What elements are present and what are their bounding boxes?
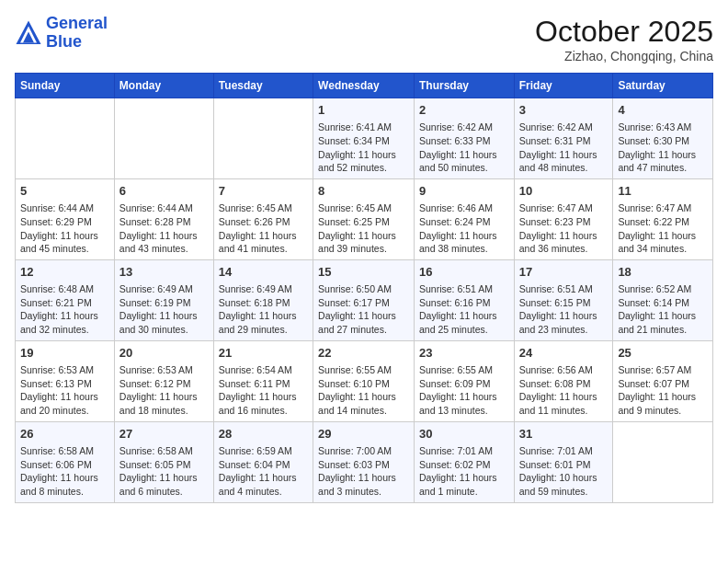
logo: General Blue bbox=[15, 15, 108, 52]
day-info: Sunrise: 7:01 AM Sunset: 6:02 PM Dayligh… bbox=[419, 444, 509, 499]
day-number: 13 bbox=[119, 264, 209, 281]
header-saturday: Saturday bbox=[613, 74, 713, 98]
page-header: General Blue October 2025 Zizhao, Chongq… bbox=[15, 15, 713, 63]
day-number: 14 bbox=[219, 264, 308, 281]
day-cell: 24Sunrise: 6:56 AM Sunset: 6:08 PM Dayli… bbox=[514, 340, 613, 421]
day-info: Sunrise: 6:45 AM Sunset: 6:26 PM Dayligh… bbox=[219, 201, 308, 256]
day-number: 4 bbox=[618, 102, 708, 119]
day-cell: 4Sunrise: 6:43 AM Sunset: 6:30 PM Daylig… bbox=[613, 98, 713, 179]
day-cell: 22Sunrise: 6:55 AM Sunset: 6:10 PM Dayli… bbox=[313, 340, 415, 421]
header-sunday: Sunday bbox=[16, 74, 115, 98]
day-cell: 8Sunrise: 6:45 AM Sunset: 6:25 PM Daylig… bbox=[313, 178, 415, 259]
day-cell: 10Sunrise: 6:47 AM Sunset: 6:23 PM Dayli… bbox=[514, 178, 613, 259]
week-row-5: 26Sunrise: 6:58 AM Sunset: 6:06 PM Dayli… bbox=[16, 421, 713, 502]
day-info: Sunrise: 6:55 AM Sunset: 6:10 PM Dayligh… bbox=[318, 363, 409, 418]
day-info: Sunrise: 6:52 AM Sunset: 6:14 PM Dayligh… bbox=[618, 282, 708, 337]
day-cell: 31Sunrise: 7:01 AM Sunset: 6:01 PM Dayli… bbox=[514, 421, 613, 502]
day-number: 18 bbox=[618, 264, 708, 281]
day-info: Sunrise: 6:54 AM Sunset: 6:11 PM Dayligh… bbox=[219, 363, 308, 418]
day-number: 25 bbox=[618, 345, 708, 362]
logo-text: General Blue bbox=[46, 15, 108, 52]
day-cell: 3Sunrise: 6:42 AM Sunset: 6:31 PM Daylig… bbox=[514, 98, 613, 179]
day-number: 1 bbox=[318, 102, 409, 119]
day-number: 15 bbox=[318, 264, 409, 281]
day-cell: 9Sunrise: 6:46 AM Sunset: 6:24 PM Daylig… bbox=[414, 178, 514, 259]
day-info: Sunrise: 6:44 AM Sunset: 6:29 PM Dayligh… bbox=[20, 201, 109, 256]
day-cell bbox=[613, 421, 713, 502]
day-cell bbox=[114, 98, 213, 179]
day-number: 9 bbox=[419, 183, 509, 200]
day-info: Sunrise: 6:45 AM Sunset: 6:25 PM Dayligh… bbox=[318, 201, 409, 256]
day-cell: 18Sunrise: 6:52 AM Sunset: 6:14 PM Dayli… bbox=[613, 259, 713, 340]
day-info: Sunrise: 6:41 AM Sunset: 6:34 PM Dayligh… bbox=[318, 121, 409, 175]
location: Zizhao, Chongqing, China bbox=[535, 49, 713, 63]
day-cell: 7Sunrise: 6:45 AM Sunset: 6:26 PM Daylig… bbox=[213, 178, 313, 259]
day-number: 7 bbox=[219, 183, 308, 200]
day-info: Sunrise: 6:42 AM Sunset: 6:33 PM Dayligh… bbox=[419, 121, 509, 175]
day-info: Sunrise: 6:46 AM Sunset: 6:24 PM Dayligh… bbox=[419, 201, 509, 256]
day-info: Sunrise: 6:44 AM Sunset: 6:28 PM Dayligh… bbox=[119, 201, 209, 256]
day-info: Sunrise: 6:53 AM Sunset: 6:12 PM Dayligh… bbox=[119, 363, 209, 418]
day-cell: 2Sunrise: 6:42 AM Sunset: 6:33 PM Daylig… bbox=[414, 98, 514, 179]
day-cell: 20Sunrise: 6:53 AM Sunset: 6:12 PM Dayli… bbox=[114, 340, 213, 421]
day-info: Sunrise: 6:50 AM Sunset: 6:17 PM Dayligh… bbox=[318, 282, 409, 337]
day-info: Sunrise: 6:47 AM Sunset: 6:22 PM Dayligh… bbox=[618, 201, 708, 256]
header-friday: Friday bbox=[514, 74, 613, 98]
day-info: Sunrise: 6:58 AM Sunset: 6:06 PM Dayligh… bbox=[20, 444, 109, 499]
day-number: 6 bbox=[119, 183, 209, 200]
day-number: 20 bbox=[119, 345, 209, 362]
day-cell: 14Sunrise: 6:49 AM Sunset: 6:18 PM Dayli… bbox=[213, 259, 313, 340]
day-info: Sunrise: 6:42 AM Sunset: 6:31 PM Dayligh… bbox=[519, 121, 609, 175]
day-number: 31 bbox=[519, 426, 609, 442]
day-info: Sunrise: 6:58 AM Sunset: 6:05 PM Dayligh… bbox=[119, 444, 209, 499]
day-cell: 11Sunrise: 6:47 AM Sunset: 6:22 PM Dayli… bbox=[613, 178, 713, 259]
day-cell: 1Sunrise: 6:41 AM Sunset: 6:34 PM Daylig… bbox=[313, 98, 415, 179]
day-cell: 27Sunrise: 6:58 AM Sunset: 6:05 PM Dayli… bbox=[114, 421, 213, 502]
day-cell: 12Sunrise: 6:48 AM Sunset: 6:21 PM Dayli… bbox=[16, 259, 115, 340]
day-number: 26 bbox=[20, 426, 109, 442]
day-number: 19 bbox=[20, 345, 109, 362]
day-info: Sunrise: 6:56 AM Sunset: 6:08 PM Dayligh… bbox=[519, 363, 609, 418]
day-info: Sunrise: 6:51 AM Sunset: 6:16 PM Dayligh… bbox=[419, 282, 509, 337]
day-info: Sunrise: 6:55 AM Sunset: 6:09 PM Dayligh… bbox=[419, 363, 509, 418]
day-number: 17 bbox=[519, 264, 609, 281]
day-number: 28 bbox=[219, 426, 308, 442]
week-row-4: 19Sunrise: 6:53 AM Sunset: 6:13 PM Dayli… bbox=[16, 340, 713, 421]
day-cell: 5Sunrise: 6:44 AM Sunset: 6:29 PM Daylig… bbox=[16, 178, 115, 259]
day-number: 22 bbox=[318, 345, 409, 362]
day-number: 11 bbox=[618, 183, 708, 200]
day-info: Sunrise: 6:59 AM Sunset: 6:04 PM Dayligh… bbox=[219, 444, 308, 499]
day-number: 29 bbox=[318, 426, 409, 442]
day-number: 3 bbox=[519, 102, 609, 119]
day-number: 8 bbox=[318, 183, 409, 200]
day-number: 5 bbox=[20, 183, 109, 200]
title-block: October 2025 Zizhao, Chongqing, China bbox=[535, 15, 713, 63]
day-info: Sunrise: 6:53 AM Sunset: 6:13 PM Dayligh… bbox=[20, 363, 109, 418]
day-cell: 21Sunrise: 6:54 AM Sunset: 6:11 PM Dayli… bbox=[213, 340, 313, 421]
day-cell: 16Sunrise: 6:51 AM Sunset: 6:16 PM Dayli… bbox=[414, 259, 514, 340]
day-cell: 15Sunrise: 6:50 AM Sunset: 6:17 PM Dayli… bbox=[313, 259, 415, 340]
day-cell: 17Sunrise: 6:51 AM Sunset: 6:15 PM Dayli… bbox=[514, 259, 613, 340]
calendar-header-row: SundayMondayTuesdayWednesdayThursdayFrid… bbox=[16, 74, 713, 98]
day-cell: 6Sunrise: 6:44 AM Sunset: 6:28 PM Daylig… bbox=[114, 178, 213, 259]
day-info: Sunrise: 7:01 AM Sunset: 6:01 PM Dayligh… bbox=[519, 444, 609, 499]
day-number: 23 bbox=[419, 345, 509, 362]
day-info: Sunrise: 6:47 AM Sunset: 6:23 PM Dayligh… bbox=[519, 201, 609, 256]
day-info: Sunrise: 6:49 AM Sunset: 6:19 PM Dayligh… bbox=[119, 282, 209, 337]
day-cell bbox=[16, 98, 115, 179]
week-row-1: 1Sunrise: 6:41 AM Sunset: 6:34 PM Daylig… bbox=[16, 98, 713, 179]
day-number: 2 bbox=[419, 102, 509, 119]
day-number: 12 bbox=[20, 264, 109, 281]
header-thursday: Thursday bbox=[414, 74, 514, 98]
day-info: Sunrise: 6:51 AM Sunset: 6:15 PM Dayligh… bbox=[519, 282, 609, 337]
day-info: Sunrise: 6:43 AM Sunset: 6:30 PM Dayligh… bbox=[618, 121, 708, 175]
day-number: 16 bbox=[419, 264, 509, 281]
day-cell: 28Sunrise: 6:59 AM Sunset: 6:04 PM Dayli… bbox=[213, 421, 313, 502]
header-tuesday: Tuesday bbox=[213, 74, 313, 98]
day-number: 21 bbox=[219, 345, 308, 362]
day-cell: 13Sunrise: 6:49 AM Sunset: 6:19 PM Dayli… bbox=[114, 259, 213, 340]
day-number: 24 bbox=[519, 345, 609, 362]
day-info: Sunrise: 6:57 AM Sunset: 6:07 PM Dayligh… bbox=[618, 363, 708, 418]
week-row-2: 5Sunrise: 6:44 AM Sunset: 6:29 PM Daylig… bbox=[16, 178, 713, 259]
day-cell: 25Sunrise: 6:57 AM Sunset: 6:07 PM Dayli… bbox=[613, 340, 713, 421]
